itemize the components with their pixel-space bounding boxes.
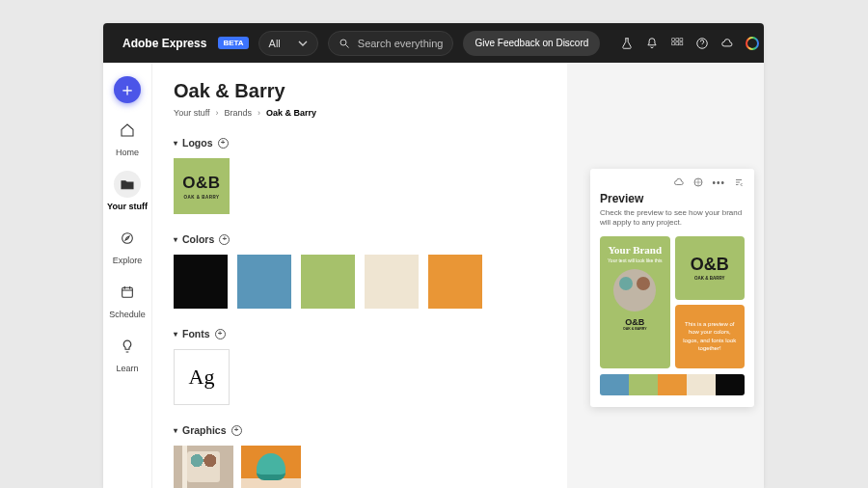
add-color-button[interactable]: + [219, 234, 230, 245]
cc-rainbow-icon[interactable] [745, 36, 760, 51]
search-placeholder: Search everything [358, 38, 444, 49]
preview-card-text: This is a preview of how your colors, lo… [675, 305, 746, 368]
section-colors: ▾ Colors + [174, 233, 546, 309]
topbar: Adobe Express BETA All Search everything… [103, 23, 764, 63]
app-window: Adobe Express BETA All Search everything… [103, 23, 764, 488]
bell-icon[interactable] [644, 36, 660, 51]
color-swatch-row [174, 255, 546, 309]
preview-title: Preview [600, 192, 745, 205]
preview-panel: ••• Preview Check the preview to see how… [590, 169, 754, 407]
help-icon[interactable] [694, 36, 710, 51]
chevron-down-icon[interactable]: ▾ [174, 330, 177, 339]
search-icon [339, 38, 350, 49]
color-swatch-3[interactable] [365, 255, 419, 309]
preview-palette-swatch-3 [687, 374, 716, 395]
svg-rect-6 [680, 41, 683, 44]
preview-card-brand: Your Brand Your text will look like this… [600, 236, 670, 368]
preview-card-sub: Your text will look like this [608, 258, 663, 263]
sidenav-item-schedule[interactable]: Schedule [109, 279, 146, 319]
flask-icon[interactable] [619, 36, 635, 51]
color-swatch-4[interactable] [428, 255, 482, 309]
beta-badge: BETA [218, 37, 248, 49]
page-title: Oak & Barry [174, 80, 546, 102]
preview-avatar [613, 269, 656, 312]
home-icon [120, 122, 135, 138]
svg-rect-10 [122, 287, 133, 297]
preview-palette-swatch-0 [600, 374, 629, 395]
add-logo-button[interactable]: + [218, 138, 229, 149]
logo-sub: OAK & BARRY [183, 195, 219, 200]
color-swatch-2[interactable] [301, 255, 355, 309]
sort-icon[interactable] [733, 176, 745, 188]
svg-rect-3 [680, 38, 683, 41]
color-swatch-0[interactable] [174, 255, 228, 309]
cloud-upload-icon[interactable] [673, 176, 685, 188]
section-colors-label: Colors [182, 233, 214, 245]
svg-point-0 [340, 40, 346, 45]
app-name: Adobe Express [122, 37, 206, 50]
breadcrumb: Your stuff › Brands › Oak & Barry [174, 108, 546, 118]
preview-palette-swatch-1 [629, 374, 658, 395]
share-icon[interactable] [692, 176, 704, 188]
preview-logo-mark: O&B [625, 317, 644, 327]
sidenav-item-explore[interactable]: Explore [113, 225, 143, 265]
svg-point-8 [746, 38, 758, 49]
compass-icon [120, 230, 135, 246]
preview-palette [600, 374, 745, 395]
preview-subtitle: Check the preview to see how your brand … [600, 208, 745, 229]
sidenav-item-learn[interactable]: Learn [114, 333, 141, 373]
preview-card-logo: O&B OAK & BARRY [675, 236, 746, 300]
color-swatch-1[interactable] [237, 255, 291, 309]
section-logos-label: Logos [182, 137, 213, 149]
crumb-your-stuff[interactable]: Your stuff [174, 108, 210, 118]
preview-card-head: Your Brand [608, 244, 662, 256]
preview-palette-swatch-4 [716, 374, 745, 395]
chevron-down-icon[interactable]: ▾ [174, 235, 177, 244]
brand-content: Oak & Barry Your stuff › Brands › Oak & … [152, 63, 567, 488]
brand-logo-tile[interactable]: O&B OAK & BARRY [174, 158, 230, 214]
section-graphics: ▾ Graphics + [174, 424, 546, 488]
graphic-tile-2[interactable] [241, 446, 301, 488]
logo-mark: O&B [182, 174, 220, 193]
chevron-down-icon[interactable]: ▾ [174, 139, 177, 148]
add-font-button[interactable]: + [215, 329, 226, 339]
sidenav: ＋ Home Your stuff Explore Schedule Learn [103, 63, 151, 488]
add-button[interactable]: ＋ [114, 76, 141, 103]
calendar-icon [120, 285, 135, 300]
more-icon[interactable]: ••• [712, 177, 725, 188]
folder-icon [120, 176, 135, 192]
bulb-icon [120, 339, 135, 354]
chevron-down-icon[interactable]: ▾ [174, 426, 177, 435]
crumb-brands[interactable]: Brands [225, 108, 253, 118]
feedback-button[interactable]: Give Feedback on Discord [463, 31, 600, 56]
main-area: Oak & Barry Your stuff › Brands › Oak & … [151, 63, 764, 488]
font-sample-tile[interactable]: Ag [174, 349, 230, 405]
topbar-actions [619, 36, 760, 51]
add-graphic-button[interactable]: + [231, 425, 242, 436]
apps-grid-icon[interactable] [669, 36, 685, 51]
svg-rect-5 [676, 41, 679, 44]
sidenav-item-home[interactable]: Home [114, 117, 141, 157]
svg-rect-1 [672, 38, 675, 41]
section-fonts: ▾ Fonts + Ag [174, 328, 546, 405]
sidenav-item-your-stuff[interactable]: Your stuff [107, 171, 148, 211]
filter-label: All [269, 38, 281, 49]
svg-rect-2 [676, 38, 679, 41]
svg-rect-4 [672, 41, 675, 44]
svg-point-9 [122, 233, 133, 244]
section-logos: ▾ Logos + O&B OAK & BARRY [174, 137, 546, 214]
cloud-icon[interactable] [719, 36, 735, 51]
section-graphics-label: Graphics [182, 424, 227, 436]
chevron-down-icon [298, 39, 308, 48]
filter-dropdown[interactable]: All [258, 31, 318, 56]
graphic-tile-1[interactable] [174, 446, 233, 488]
preview-palette-swatch-2 [658, 374, 687, 395]
preview-logo-sub: OAK & BARRY [623, 327, 647, 331]
section-fonts-label: Fonts [182, 328, 210, 339]
search-input[interactable]: Search everything [328, 31, 454, 56]
crumb-current: Oak & Barry [266, 108, 316, 118]
